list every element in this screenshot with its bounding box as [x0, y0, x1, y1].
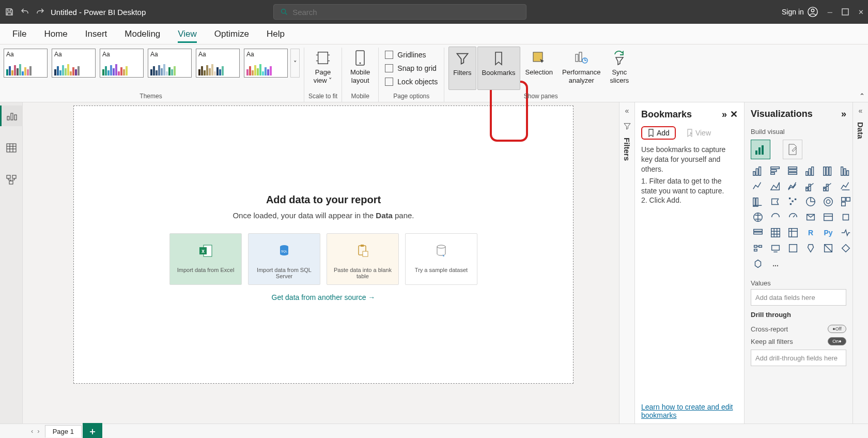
viz-type-8[interactable] [786, 180, 800, 192]
ribbon-collapse-button[interactable]: ⌃ [859, 92, 865, 100]
data-pane-collapsed[interactable]: « Data [853, 102, 868, 424]
chevron-right-icon[interactable]: » [841, 109, 846, 119]
tab-modeling[interactable]: Modeling [125, 26, 160, 42]
page-view-button[interactable]: Page view ˅ [309, 47, 337, 90]
filters-pane-button[interactable]: Filters [448, 47, 476, 90]
search-input[interactable] [292, 8, 520, 17]
build-visual-mode[interactable] [751, 140, 770, 159]
theme-card-3[interactable]: Aa [148, 49, 192, 78]
values-drop[interactable]: Add data fields here [751, 289, 846, 306]
theme-card-0[interactable]: Aa [4, 49, 48, 78]
search-box[interactable] [273, 4, 526, 20]
format-visual-mode[interactable] [783, 140, 802, 159]
undo-icon[interactable] [20, 7, 30, 17]
viz-type-14[interactable] [786, 195, 800, 208]
lock-checkbox[interactable]: Lock objects [383, 77, 440, 87]
snap-checkbox[interactable]: Snap to grid [383, 63, 439, 73]
theme-card-2[interactable]: Aa [100, 49, 144, 78]
page-tab-1[interactable]: Page 1 [45, 425, 82, 437]
viz-type-4[interactable] [821, 164, 835, 177]
minimize-icon[interactable]: ─ [828, 8, 832, 16]
viz-type-33[interactable] [803, 242, 818, 254]
viz-type-6[interactable] [751, 180, 765, 192]
viz-type-36[interactable] [751, 258, 765, 270]
viz-type-30[interactable] [751, 242, 765, 254]
keep-filters-toggle[interactable]: On ● [828, 337, 846, 345]
bookmark-add-button[interactable]: Add [641, 126, 676, 140]
chevron-right-icon[interactable]: » [722, 109, 727, 120]
viz-type-3[interactable] [803, 164, 818, 177]
viz-type-22[interactable] [821, 211, 835, 223]
paste-data-card[interactable]: Paste data into a blank table [327, 233, 399, 285]
drill-drop[interactable]: Add drill-through fields here [751, 350, 846, 366]
theme-card-5[interactable]: Aa [244, 49, 288, 78]
expand-icon[interactable]: « [625, 107, 629, 115]
tab-file[interactable]: File [12, 26, 26, 42]
viz-type-7[interactable] [768, 180, 783, 192]
viz-type-35[interactable] [839, 242, 853, 254]
viz-type-24[interactable] [751, 226, 765, 239]
viz-type-15[interactable] [803, 195, 818, 208]
mobile-layout-button[interactable]: Mobile layout [346, 47, 374, 90]
viz-type-32[interactable] [786, 242, 800, 254]
viz-type-16[interactable] [821, 195, 835, 208]
viz-type-23[interactable] [839, 211, 853, 223]
get-data-other-link[interactable]: Get data from another source → [272, 293, 376, 301]
viz-type-9[interactable] [803, 180, 818, 192]
gridlines-checkbox[interactable]: Gridlines [383, 50, 428, 60]
viz-type-17[interactable] [839, 195, 853, 208]
selection-pane-button[interactable]: Selection [521, 47, 557, 90]
maximize-icon[interactable] [842, 8, 849, 16]
cross-report-toggle[interactable]: ● Off [828, 325, 846, 333]
viz-type-0[interactable] [751, 164, 765, 177]
viz-type-19[interactable] [768, 211, 783, 223]
filters-pane-collapsed[interactable]: « Filters [619, 102, 634, 424]
next-page-icon[interactable]: › [37, 427, 39, 435]
viz-type-11[interactable] [839, 180, 853, 192]
model-view-button[interactable] [0, 170, 23, 190]
viz-type-20[interactable] [786, 211, 800, 223]
performance-analyzer-button[interactable]: Performance analyzer [558, 47, 605, 90]
redo-icon[interactable] [35, 7, 45, 17]
viz-type-13[interactable] [768, 195, 783, 208]
sync-slicers-button[interactable]: Sync slicers [606, 47, 633, 90]
viz-type-10[interactable] [821, 180, 835, 192]
data-view-button[interactable] [0, 138, 23, 158]
tab-home[interactable]: Home [44, 26, 67, 42]
prev-page-icon[interactable]: ‹ [31, 427, 33, 435]
signin-button[interactable]: Sign in [782, 6, 818, 18]
viz-type-37[interactable]: ... [768, 258, 783, 270]
tab-view[interactable]: View [178, 26, 197, 42]
viz-type-29[interactable] [839, 226, 853, 239]
theme-card-4[interactable]: Aa [196, 49, 240, 78]
viz-type-27[interactable]: R [803, 226, 818, 239]
viz-type-18[interactable] [751, 211, 765, 223]
viz-type-5[interactable] [839, 164, 853, 177]
import-excel-card[interactable]: x Import data from Excel [169, 233, 242, 285]
report-view-button[interactable] [0, 105, 23, 126]
save-icon[interactable] [4, 7, 14, 17]
bookmark-view-button[interactable]: View [681, 126, 716, 140]
viz-type-2[interactable] [786, 164, 800, 177]
bookmarks-pane-button[interactable]: Bookmarks [477, 47, 520, 90]
close-icon[interactable]: ✕ [858, 8, 864, 16]
viz-type-26[interactable] [786, 226, 800, 239]
tab-optimize[interactable]: Optimize [214, 26, 249, 42]
viz-type-12[interactable] [751, 195, 765, 208]
close-pane-icon[interactable]: ✕ [730, 109, 738, 120]
viz-type-25[interactable] [768, 226, 783, 239]
sample-dataset-card[interactable]: Try a sample dataset [405, 233, 477, 285]
viz-type-28[interactable]: Py [821, 226, 835, 239]
viz-type-31[interactable] [768, 242, 783, 254]
theme-card-1[interactable]: Aa [52, 49, 96, 78]
viz-type-21[interactable] [803, 211, 818, 223]
collapse-icon[interactable]: « [859, 107, 863, 115]
tab-help[interactable]: Help [267, 26, 285, 42]
theme-dropdown[interactable]: ˅ [290, 49, 300, 78]
viz-type-34[interactable] [821, 242, 835, 254]
report-canvas[interactable]: Add data to your report Once loaded, you… [73, 105, 574, 384]
import-sql-card[interactable]: SQL Import data from SQL Server [248, 233, 320, 285]
viz-type-1[interactable] [768, 164, 783, 177]
add-page-button[interactable]: ＋ [83, 423, 102, 439]
tab-insert[interactable]: Insert [85, 26, 107, 42]
